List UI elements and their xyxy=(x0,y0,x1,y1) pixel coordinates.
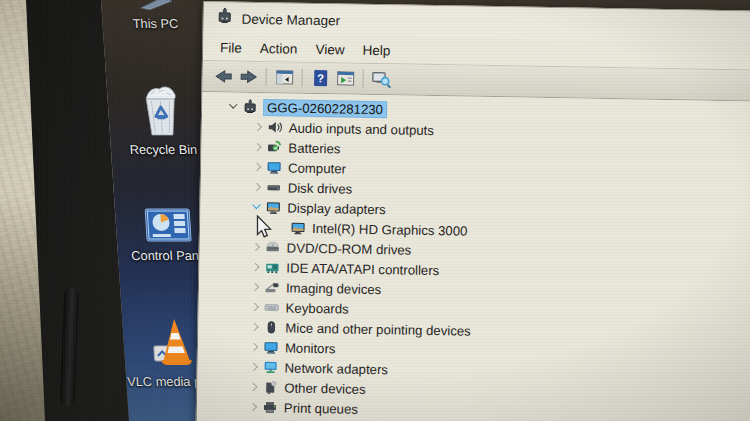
recycle-bin-icon xyxy=(107,86,214,140)
audio-icon xyxy=(267,119,283,135)
computer-root-icon xyxy=(242,99,258,115)
tree-item-label: IDE ATA/ATAPI controllers xyxy=(286,260,439,278)
chevron-collapsed-icon[interactable] xyxy=(246,380,260,394)
chevron-collapsed-icon[interactable] xyxy=(251,120,265,134)
tree-item-label: Batteries xyxy=(288,140,340,156)
tree-item-label: Audio inputs and outputs xyxy=(289,120,434,138)
tree-item-label: Mice and other pointing devices xyxy=(285,320,471,338)
toolbar-separator xyxy=(302,69,303,87)
device-manager-window: Device Manager FileActionViewHelp ? GGG-… xyxy=(195,1,750,421)
tree-item-label: Monitors xyxy=(285,340,336,356)
chevron-collapsed-icon[interactable] xyxy=(248,300,262,314)
printer-icon xyxy=(262,399,278,415)
other-icon: ? xyxy=(262,379,278,395)
tree-item-label: Other devices xyxy=(284,380,366,396)
tree-item-label: Computer xyxy=(288,160,346,176)
tree-item-label: Intel(R) HD Graphics 3000 xyxy=(312,220,468,238)
network-icon xyxy=(262,359,278,375)
scan-hardware-changes-button[interactable] xyxy=(368,68,393,90)
chevron-expanded-icon[interactable] xyxy=(249,200,263,214)
chevron-collapsed-icon[interactable] xyxy=(247,340,261,354)
chevron-collapsed-icon[interactable] xyxy=(250,140,264,154)
disk-icon xyxy=(266,179,282,195)
menu-item-help[interactable]: Help xyxy=(353,42,399,58)
monitor-icon xyxy=(263,339,279,355)
battery-icon xyxy=(266,139,282,155)
forward-button[interactable] xyxy=(235,66,260,88)
back-button[interactable] xyxy=(210,65,235,87)
svg-text:?: ? xyxy=(317,72,324,84)
device-tree: GGG-02602281230Audio inputs and outputsB… xyxy=(197,92,750,421)
chevron-collapsed-icon[interactable] xyxy=(250,180,264,194)
chevron-collapsed-icon[interactable] xyxy=(247,320,261,334)
computer-icon xyxy=(266,159,282,175)
chevron-expanded-icon[interactable] xyxy=(226,99,240,113)
ide-icon xyxy=(264,259,280,275)
imaging-icon xyxy=(264,279,280,295)
keyboard-icon xyxy=(264,299,280,315)
chevron-placeholder xyxy=(274,220,288,234)
chevron-collapsed-icon[interactable] xyxy=(248,260,262,274)
display-icon xyxy=(265,199,281,215)
desktop-icon-label: This PC xyxy=(103,16,208,31)
menu-item-action[interactable]: Action xyxy=(251,40,307,56)
tree-item-label: GGG-02602281230 xyxy=(264,100,386,117)
chevron-collapsed-icon[interactable] xyxy=(247,360,261,374)
tree-item-label: Print queues xyxy=(284,400,358,416)
tree-item-label: Disk drives xyxy=(288,180,353,196)
window-title: Device Manager xyxy=(242,11,341,28)
mouse-icon xyxy=(263,319,279,335)
toolbar-separator xyxy=(266,68,267,86)
tree-item-label: Network adapters xyxy=(284,360,388,377)
mouse-cursor xyxy=(256,215,273,243)
tree-item-label: Display adapters xyxy=(287,200,385,217)
show-console-tree-button[interactable] xyxy=(271,66,296,88)
properties-button[interactable] xyxy=(332,67,357,89)
tree-item-label: Keyboards xyxy=(286,300,349,316)
svg-text:?: ? xyxy=(273,382,275,386)
tree-item-label: Imaging devices xyxy=(286,280,382,297)
photo-of-monitor: This PCRecycle BinControl PanelVLC media… xyxy=(0,0,750,421)
tree-item-label: DVD/CD-ROM drives xyxy=(287,240,412,257)
help-button[interactable]: ? xyxy=(307,67,332,89)
menu-item-view[interactable]: View xyxy=(306,41,353,57)
this-pc-icon xyxy=(102,0,207,14)
chevron-collapsed-icon[interactable] xyxy=(250,160,264,174)
display-icon xyxy=(290,220,306,236)
toolbar-separator xyxy=(363,70,364,88)
desktop-icon-this-pc[interactable]: This PC xyxy=(102,0,208,31)
chevron-collapsed-icon[interactable] xyxy=(246,400,260,414)
device-manager-icon xyxy=(216,7,234,29)
menu-item-file[interactable]: File xyxy=(211,40,251,56)
chevron-collapsed-icon[interactable] xyxy=(248,280,262,294)
